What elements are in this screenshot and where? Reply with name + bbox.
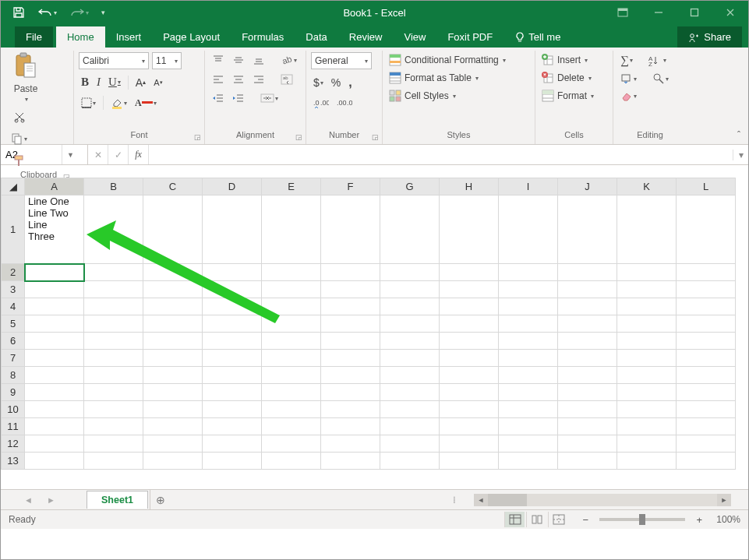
format-as-table-button[interactable]: Format as Table▾ [387, 70, 530, 86]
column-header[interactable]: B [84, 178, 143, 195]
cell[interactable] [262, 333, 321, 350]
cell[interactable] [677, 453, 736, 470]
cell[interactable] [677, 418, 736, 435]
ribbon-display-options-icon[interactable] [605, 1, 641, 24]
column-header[interactable]: J [558, 178, 617, 195]
cell[interactable] [143, 367, 203, 384]
cut-icon[interactable] [9, 109, 30, 125]
cell[interactable] [499, 195, 558, 264]
cell[interactable] [84, 384, 143, 401]
cell[interactable] [440, 315, 499, 333]
cell[interactable] [677, 298, 736, 315]
column-header[interactable]: I [499, 178, 558, 195]
font-color-icon[interactable]: A▾ [132, 96, 159, 111]
cell[interactable] [321, 264, 380, 281]
redo-icon[interactable]: ▾ [67, 5, 91, 19]
row-header[interactable]: 1 [2, 195, 25, 264]
cell[interactable] [262, 453, 321, 470]
cell[interactable] [262, 315, 321, 333]
cell[interactable] [558, 350, 617, 367]
zoom-in-icon[interactable]: + [693, 513, 705, 526]
cell[interactable] [440, 401, 499, 418]
cell[interactable] [380, 195, 440, 264]
cell[interactable] [499, 315, 558, 333]
tab-file[interactable]: File [15, 26, 53, 48]
tab-view[interactable]: View [393, 26, 436, 48]
cell[interactable] [677, 281, 736, 298]
clear-icon[interactable]: ▾ [618, 89, 639, 103]
font-size-select[interactable]: 11▾ [152, 52, 182, 69]
formula-cancel-icon[interactable]: ✕ [88, 145, 108, 164]
cell[interactable] [262, 367, 321, 384]
cell[interactable] [203, 435, 262, 453]
column-header[interactable]: H [440, 178, 499, 195]
cell[interactable] [440, 435, 499, 453]
cell[interactable] [499, 453, 558, 470]
cell[interactable] [262, 298, 321, 315]
cell[interactable] [677, 333, 736, 350]
cell[interactable] [25, 350, 84, 367]
page-break-view-icon[interactable] [548, 512, 568, 527]
paste-button[interactable]: Paste ▾ [9, 52, 43, 103]
formula-enter-icon[interactable]: ✓ [108, 145, 129, 164]
cell[interactable] [440, 384, 499, 401]
align-right-icon[interactable] [250, 72, 267, 86]
decrease-decimal-icon[interactable]: .00.0 [334, 96, 355, 110]
percent-format-icon[interactable]: % [329, 75, 343, 90]
row-header[interactable]: 4 [2, 298, 25, 315]
cell[interactable] [677, 195, 736, 264]
cell[interactable] [440, 418, 499, 435]
cell[interactable] [499, 367, 558, 384]
cell[interactable] [558, 453, 617, 470]
cell[interactable] [440, 298, 499, 315]
find-select-icon[interactable]: ▾ [650, 71, 671, 86]
cell[interactable] [203, 264, 262, 281]
cell[interactable] [677, 367, 736, 384]
cell[interactable] [143, 418, 203, 435]
grow-font-icon[interactable]: A▴ [133, 75, 148, 90]
cell[interactable] [677, 264, 736, 281]
cell[interactable] [677, 401, 736, 418]
number-launcher-icon[interactable]: ◲ [372, 133, 379, 141]
tab-home[interactable]: Home [56, 26, 105, 48]
normal-view-icon[interactable] [504, 512, 525, 527]
conditional-formatting-button[interactable]: Conditional Formatting▾ [387, 52, 530, 68]
worksheet-grid[interactable]: ◢ A B C D E F G H I J K L 1 Line One Lin… [1, 178, 748, 489]
cell[interactable] [262, 401, 321, 418]
cell[interactable] [321, 315, 380, 333]
insert-function-icon[interactable]: fx [129, 145, 149, 164]
cell[interactable] [617, 367, 677, 384]
cell[interactable] [440, 264, 499, 281]
share-button[interactable]: Share [677, 26, 742, 48]
cell[interactable] [558, 315, 617, 333]
cell[interactable] [380, 298, 440, 315]
cell[interactable] [143, 281, 203, 298]
page-layout-view-icon[interactable] [526, 512, 546, 527]
cell[interactable] [143, 315, 203, 333]
row-header[interactable]: 2 [2, 264, 25, 281]
align-center-icon[interactable] [230, 72, 247, 86]
cell[interactable] [25, 401, 84, 418]
cell[interactable] [84, 315, 143, 333]
cell[interactable] [380, 418, 440, 435]
tab-page-layout[interactable]: Page Layout [152, 26, 231, 48]
cell[interactable] [440, 453, 499, 470]
cell-a2[interactable] [25, 264, 84, 281]
shrink-font-icon[interactable]: A▾ [151, 76, 164, 89]
align-top-icon[interactable] [210, 53, 227, 67]
cell[interactable] [380, 384, 440, 401]
tab-foxit-pdf[interactable]: Foxit PDF [436, 26, 503, 48]
close-icon[interactable] [712, 1, 748, 24]
cell[interactable] [143, 401, 203, 418]
cell[interactable] [321, 367, 380, 384]
cell[interactable] [617, 264, 677, 281]
cell[interactable] [499, 298, 558, 315]
cell[interactable] [617, 333, 677, 350]
cell[interactable] [617, 195, 677, 264]
cell[interactable] [321, 333, 380, 350]
cell[interactable] [617, 453, 677, 470]
sheet-prev-icon[interactable]: ◄ [24, 495, 33, 505]
cell[interactable] [84, 333, 143, 350]
wrap-text-icon[interactable]: ab [278, 72, 295, 86]
row-header[interactable]: 8 [2, 367, 25, 384]
